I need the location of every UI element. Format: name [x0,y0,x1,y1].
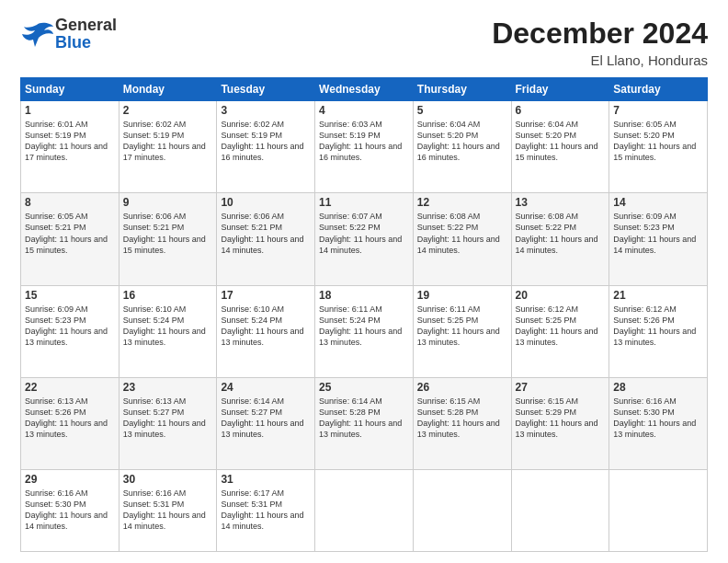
day-info: Sunrise: 6:06 AMSunset: 5:21 PMDaylight:… [221,211,311,256]
day-number: 13 [516,196,606,209]
day-info: Sunrise: 6:16 AMSunset: 5:31 PMDaylight:… [123,488,213,533]
day-number: 16 [123,289,213,302]
table-cell: 13Sunrise: 6:08 AMSunset: 5:22 PMDayligh… [511,193,609,285]
table-cell: 24Sunrise: 6:14 AMSunset: 5:27 PMDayligh… [217,377,315,469]
table-cell: 30Sunrise: 6:16 AMSunset: 5:31 PMDayligh… [119,470,217,552]
day-number: 24 [221,381,311,394]
day-number: 28 [613,381,703,394]
table-cell [413,470,511,552]
col-thursday: Thursday [413,78,511,101]
day-number: 11 [319,196,409,209]
page: General Blue December 2024 El Llano, Hon… [0,0,728,563]
table-cell: 25Sunrise: 6:14 AMSunset: 5:28 PMDayligh… [315,377,414,469]
location: El Llano, Honduras [492,52,708,68]
day-number: 19 [417,289,507,302]
day-number: 7 [613,104,703,117]
header: General Blue December 2024 El Llano, Hon… [20,17,708,68]
day-info: Sunrise: 6:03 AMSunset: 5:19 PMDaylight:… [319,119,409,164]
day-number: 26 [417,381,507,394]
day-info: Sunrise: 6:12 AMSunset: 5:26 PMDaylight:… [613,304,703,349]
table-cell: 10Sunrise: 6:06 AMSunset: 5:21 PMDayligh… [217,193,315,285]
day-info: Sunrise: 6:01 AMSunset: 5:19 PMDaylight:… [25,119,115,164]
day-number: 23 [123,381,213,394]
col-monday: Monday [119,78,217,101]
table-cell: 19Sunrise: 6:11 AMSunset: 5:25 PMDayligh… [413,285,511,377]
day-info: Sunrise: 6:04 AMSunset: 5:20 PMDaylight:… [516,119,606,164]
table-cell: 2Sunrise: 6:02 AMSunset: 5:19 PMDaylight… [119,101,217,193]
day-info: Sunrise: 6:05 AMSunset: 5:21 PMDaylight:… [25,211,115,256]
day-info: Sunrise: 6:16 AMSunset: 5:30 PMDaylight:… [613,396,703,441]
day-number: 5 [417,104,507,117]
day-number: 27 [516,381,606,394]
col-friday: Friday [511,78,609,101]
table-cell: 29Sunrise: 6:16 AMSunset: 5:30 PMDayligh… [21,470,119,552]
day-info: Sunrise: 6:17 AMSunset: 5:31 PMDaylight:… [221,488,311,533]
day-info: Sunrise: 6:07 AMSunset: 5:22 PMDaylight:… [319,211,409,256]
table-cell: 5Sunrise: 6:04 AMSunset: 5:20 PMDaylight… [413,101,511,193]
col-wednesday: Wednesday [315,78,414,101]
day-number: 20 [516,289,606,302]
day-number: 22 [25,381,115,394]
day-info: Sunrise: 6:13 AMSunset: 5:26 PMDaylight:… [25,396,115,441]
day-info: Sunrise: 6:10 AMSunset: 5:24 PMDaylight:… [221,304,311,349]
table-cell: 28Sunrise: 6:16 AMSunset: 5:30 PMDayligh… [609,377,708,469]
calendar-header-row: Sunday Monday Tuesday Wednesday Thursday… [21,78,708,101]
day-info: Sunrise: 6:02 AMSunset: 5:19 PMDaylight:… [123,119,213,164]
table-cell: 8Sunrise: 6:05 AMSunset: 5:21 PMDaylight… [21,193,119,285]
table-cell: 1Sunrise: 6:01 AMSunset: 5:19 PMDaylight… [21,101,119,193]
day-info: Sunrise: 6:14 AMSunset: 5:27 PMDaylight:… [221,396,311,441]
table-cell: 7Sunrise: 6:05 AMSunset: 5:20 PMDaylight… [609,101,708,193]
day-number: 31 [221,473,311,486]
table-cell [609,470,708,552]
day-info: Sunrise: 6:08 AMSunset: 5:22 PMDaylight:… [417,211,507,256]
day-number: 12 [417,196,507,209]
day-number: 15 [25,289,115,302]
logo-blue-text: Blue [55,34,117,52]
table-cell [315,470,414,552]
logo-general-text: General [55,17,117,34]
month-title: December 2024 [492,17,708,51]
table-cell: 16Sunrise: 6:10 AMSunset: 5:24 PMDayligh… [119,285,217,377]
day-info: Sunrise: 6:04 AMSunset: 5:20 PMDaylight:… [417,119,507,164]
day-info: Sunrise: 6:09 AMSunset: 5:23 PMDaylight:… [613,211,703,256]
table-cell: 15Sunrise: 6:09 AMSunset: 5:23 PMDayligh… [21,285,119,377]
col-tuesday: Tuesday [217,78,315,101]
table-cell [511,470,609,552]
table-cell: 12Sunrise: 6:08 AMSunset: 5:22 PMDayligh… [413,193,511,285]
table-cell: 9Sunrise: 6:06 AMSunset: 5:21 PMDaylight… [119,193,217,285]
day-number: 29 [25,473,115,486]
day-info: Sunrise: 6:05 AMSunset: 5:20 PMDaylight:… [613,119,703,164]
day-number: 6 [516,104,606,117]
title-block: December 2024 El Llano, Honduras [492,17,708,68]
table-cell: 31Sunrise: 6:17 AMSunset: 5:31 PMDayligh… [217,470,315,552]
table-cell: 3Sunrise: 6:02 AMSunset: 5:19 PMDaylight… [217,101,315,193]
table-cell: 27Sunrise: 6:15 AMSunset: 5:29 PMDayligh… [511,377,609,469]
day-info: Sunrise: 6:16 AMSunset: 5:30 PMDaylight:… [25,488,115,533]
table-cell: 14Sunrise: 6:09 AMSunset: 5:23 PMDayligh… [609,193,708,285]
day-number: 1 [25,104,115,117]
table-cell: 20Sunrise: 6:12 AMSunset: 5:25 PMDayligh… [511,285,609,377]
col-sunday: Sunday [21,78,119,101]
day-info: Sunrise: 6:15 AMSunset: 5:28 PMDaylight:… [417,396,507,441]
day-info: Sunrise: 6:11 AMSunset: 5:25 PMDaylight:… [417,304,507,349]
day-number: 3 [221,104,311,117]
logo: General Blue [20,17,117,52]
day-info: Sunrise: 6:02 AMSunset: 5:19 PMDaylight:… [221,119,311,164]
table-cell: 17Sunrise: 6:10 AMSunset: 5:24 PMDayligh… [217,285,315,377]
day-info: Sunrise: 6:12 AMSunset: 5:25 PMDaylight:… [516,304,606,349]
day-number: 30 [123,473,213,486]
calendar-table: Sunday Monday Tuesday Wednesday Thursday… [20,77,708,552]
table-cell: 11Sunrise: 6:07 AMSunset: 5:22 PMDayligh… [315,193,414,285]
day-number: 4 [319,104,409,117]
col-saturday: Saturday [609,78,708,101]
day-number: 2 [123,104,213,117]
day-number: 14 [613,196,703,209]
day-number: 10 [221,196,311,209]
logo-bird-icon [20,21,53,47]
day-number: 9 [123,196,213,209]
day-info: Sunrise: 6:14 AMSunset: 5:28 PMDaylight:… [319,396,409,441]
day-info: Sunrise: 6:11 AMSunset: 5:24 PMDaylight:… [319,304,409,349]
table-cell: 6Sunrise: 6:04 AMSunset: 5:20 PMDaylight… [511,101,609,193]
day-info: Sunrise: 6:08 AMSunset: 5:22 PMDaylight:… [516,211,606,256]
day-number: 18 [319,289,409,302]
